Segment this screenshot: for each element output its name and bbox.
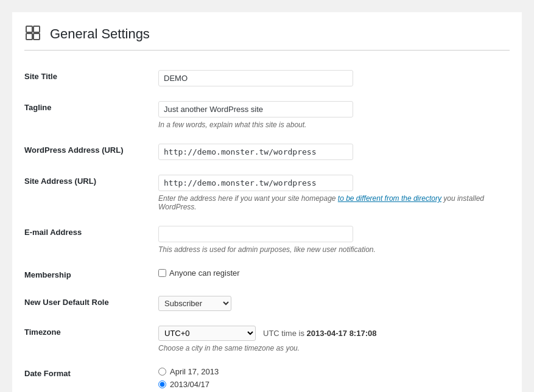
svg-rect-3 (33, 33, 40, 40)
site-title-row: Site Title (24, 63, 510, 94)
email-label: E-mail Address (24, 219, 152, 261)
utc-info: UTC time is 2013-04-17 8:17:08 (263, 329, 376, 338)
page-title: General Settings (50, 26, 150, 42)
date-format-label: Date Format (24, 360, 152, 392)
tagline-input[interactable] (158, 101, 353, 117)
site-title-label: Site Title (24, 63, 152, 94)
site-address-input[interactable] (158, 175, 353, 191)
svg-rect-0 (26, 26, 32, 32)
settings-form: Site Title Tagline In a few words, expla… (24, 63, 510, 392)
new-user-role-label: New User Default Role (24, 289, 152, 318)
utc-time: 2013-04-17 8:17:08 (307, 329, 377, 338)
tagline-row: Tagline In a few words, explain what thi… (24, 94, 510, 136)
date-format-label-1: April 17, 2013 (170, 367, 219, 376)
membership-row: Membership Anyone can register (24, 261, 510, 289)
date-format-option-2: 2013/04/17 (158, 380, 504, 389)
page-header: General Settings (24, 24, 510, 51)
membership-checkbox-text: Anyone can register (169, 268, 240, 278)
date-format-radio-1[interactable] (158, 368, 166, 376)
date-format-radio-2[interactable] (158, 380, 166, 388)
timezone-select[interactable]: UTC+0 UTC+1 UTC-1 (158, 326, 256, 341)
timezone-description: Choose a city in the same timezone as yo… (158, 344, 504, 352)
date-format-option-1: April 17, 2013 (158, 367, 504, 376)
email-input[interactable] (158, 226, 353, 242)
site-address-desc-link[interactable]: to be different from the directory (338, 194, 441, 203)
new-user-role-select[interactable]: Subscriber Contributor Author Editor Adm… (158, 296, 231, 311)
wp-address-label: WordPress Address (URL) (24, 136, 152, 167)
date-format-row: Date Format April 17, 2013 2013/04/17 (24, 360, 510, 392)
settings-icon (24, 24, 44, 44)
wp-address-row: WordPress Address (URL) (24, 136, 510, 167)
email-row: E-mail Address This address is used for … (24, 219, 510, 261)
timezone-wrap: UTC+0 UTC+1 UTC-1 UTC time is 2013-04-17… (158, 326, 504, 341)
new-user-role-row: New User Default Role Subscriber Contrib… (24, 289, 510, 318)
svg-rect-2 (33, 26, 40, 32)
site-address-description: Enter the address here if you want your … (158, 194, 504, 211)
new-user-role-select-wrap: Subscriber Contributor Author Editor Adm… (158, 296, 504, 311)
site-address-label: Site Address (URL) (24, 167, 152, 219)
timezone-label: Timezone (24, 318, 152, 360)
wp-address-input[interactable] (158, 144, 353, 160)
tagline-description: In a few words, explain what this site i… (158, 121, 504, 129)
utc-prefix: UTC time is (263, 329, 304, 338)
membership-checkbox[interactable] (158, 269, 166, 277)
site-address-row: Site Address (URL) Enter the address her… (24, 167, 510, 219)
svg-rect-1 (26, 33, 32, 40)
tagline-label: Tagline (24, 94, 152, 136)
site-address-desc-pre: Enter the address here if you want your … (158, 194, 338, 203)
site-title-input[interactable] (158, 70, 353, 86)
date-format-label-2: 2013/04/17 (170, 380, 209, 389)
date-format-radio-group: April 17, 2013 2013/04/17 04/17/2013 (158, 367, 504, 392)
membership-checkbox-label: Anyone can register (158, 268, 504, 278)
membership-label: Membership (24, 261, 152, 289)
timezone-row: Timezone UTC+0 UTC+1 UTC-1 UTC time is 2… (24, 318, 510, 360)
email-description: This address is used for admin purposes,… (158, 245, 504, 254)
